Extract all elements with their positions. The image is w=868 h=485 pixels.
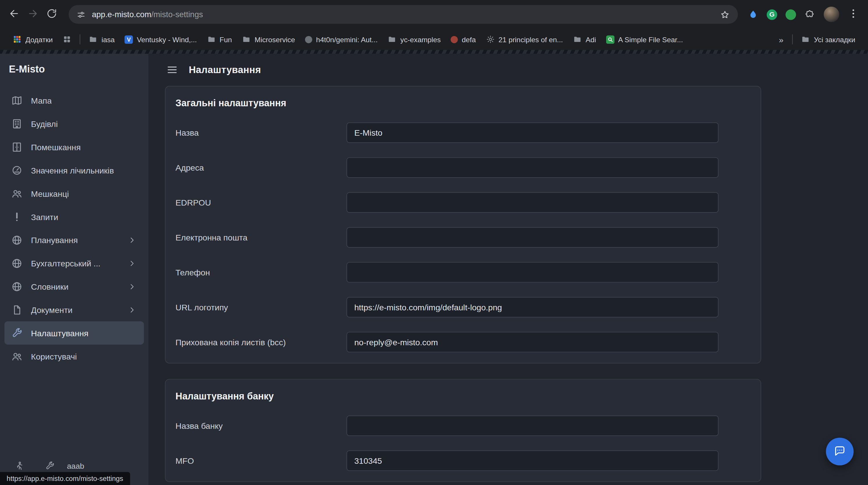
globe-icon: [10, 281, 23, 292]
apartment-icon: [10, 141, 23, 152]
gray-favicon: [305, 36, 312, 43]
apps-shortcut[interactable]: Додатки: [8, 32, 58, 46]
field-input[interactable]: [346, 262, 718, 282]
field-input[interactable]: [346, 157, 718, 178]
page-title: Налаштування: [189, 64, 261, 76]
wrench-small-icon[interactable]: [45, 461, 55, 471]
cog-favicon: [486, 35, 495, 44]
bookmark-item[interactable]: 21 principles of en...: [481, 32, 568, 46]
field-label: Адреса: [176, 163, 346, 172]
bookmark-item[interactable]: VVentusky - Wind,...: [120, 32, 202, 46]
field-label: Електронна пошта: [176, 233, 346, 242]
exclaim-icon: [10, 211, 23, 222]
bookmark-label: Ventusky - Wind,...: [137, 35, 197, 44]
all-bookmarks-label: Усі закладки: [814, 35, 855, 44]
hamburger-menu-icon[interactable]: [166, 64, 178, 76]
site-info-icon[interactable]: [76, 9, 86, 19]
field-input[interactable]: [346, 122, 718, 143]
bookmark-item[interactable]: h4t0n/gemini: Aut...: [300, 32, 382, 46]
grammarly-extension-icon[interactable]: G: [767, 9, 777, 20]
sidebar-item[interactable]: Користувачі: [4, 345, 144, 368]
bookmark-item[interactable]: A Simple File Sear...: [601, 32, 688, 46]
folder-icon: [573, 35, 582, 44]
sidebar-item-label: Словники: [31, 282, 69, 291]
form-row: EDRPOU: [165, 185, 761, 220]
bookmark-item[interactable]: Adi: [568, 32, 601, 46]
sidebar-item[interactable]: Словники: [4, 275, 144, 298]
card-title: Загальні налаштування: [165, 86, 761, 115]
users-icon: [10, 188, 23, 199]
users-icon: [10, 350, 23, 362]
sidebar-item[interactable]: Мапа: [4, 88, 144, 112]
field-input[interactable]: [346, 192, 718, 212]
status-url-tooltip: https://app.e-misto.com/misto-settings: [0, 472, 130, 485]
sidebar-item-label: Будівлі: [31, 119, 58, 128]
sidebar-menu: МапаБудівліПомешканняЗначення лічильникі…: [0, 88, 148, 368]
chevron-right-icon: [128, 236, 136, 244]
url-text: app.e-misto.com/misto-settings: [92, 10, 203, 19]
all-bookmarks[interactable]: Усі закладки: [796, 32, 860, 46]
field-input[interactable]: [346, 332, 718, 352]
sidebar-item[interactable]: Будівлі: [4, 112, 144, 135]
back-button[interactable]: [4, 5, 23, 24]
bookmark-item[interactable]: defa: [446, 32, 480, 46]
form-row: URL логотипу: [165, 290, 761, 324]
forward-icon: [27, 8, 38, 21]
green-extension-icon[interactable]: [785, 9, 796, 20]
grid-shortcut[interactable]: [58, 32, 77, 46]
bookmark-item[interactable]: Fun: [202, 32, 237, 46]
field-label: Назва: [176, 128, 346, 137]
sidebar-item[interactable]: Значення лічильників: [4, 159, 144, 182]
chat-fab[interactable]: [826, 437, 854, 465]
extensions-puzzle-icon[interactable]: [804, 9, 815, 20]
sidebar-item[interactable]: Запити: [4, 205, 144, 228]
bookmark-label: defa: [462, 35, 476, 44]
sidebar-item-label: Значення лічильників: [31, 165, 114, 175]
field-input[interactable]: [346, 227, 718, 248]
sidebar-item[interactable]: Помешкання: [4, 135, 144, 159]
sidebar-item-label: Мешканці: [31, 189, 69, 198]
browser-menu-button[interactable]: [843, 5, 863, 24]
sidebar-item[interactable]: Планування: [4, 228, 144, 252]
profile-avatar[interactable]: [824, 7, 839, 22]
app-title: E-Misto: [0, 54, 148, 76]
separator: [80, 34, 81, 44]
bookmark-label: 21 principles of en...: [499, 35, 563, 44]
field-input[interactable]: [346, 450, 718, 471]
pedestrian-icon[interactable]: [14, 461, 24, 471]
field-label: Телефон: [176, 267, 346, 277]
reload-button[interactable]: [42, 5, 61, 24]
form-row: Назва банку: [165, 408, 761, 444]
url-domain: app.e-misto.com: [92, 10, 151, 19]
bookmark-star-icon[interactable]: [720, 9, 730, 20]
sidebar-item[interactable]: Документи: [4, 298, 144, 321]
sidebar-item[interactable]: Бухгалтерський ...: [4, 252, 144, 275]
folder-icon: [242, 35, 251, 44]
sidebar-item-label: Налаштування: [31, 329, 88, 338]
bookmarks-bar: Додатки iasaVVentusky - Wind,...FunMicro…: [0, 29, 868, 50]
red-favicon: [451, 36, 458, 43]
forward-button[interactable]: [23, 5, 42, 24]
bookmark-label: A Simple File Sear...: [618, 35, 683, 44]
field-label: URL логотипу: [176, 303, 346, 312]
bookmark-item[interactable]: yc-examples: [382, 32, 446, 46]
sidebar-item[interactable]: Мешканці: [4, 182, 144, 205]
bookmark-label: iasa: [101, 35, 115, 44]
bookmark-item[interactable]: iasa: [84, 32, 120, 46]
bookmark-item[interactable]: Microservice: [237, 32, 300, 46]
sidebar-item[interactable]: Налаштування: [4, 321, 144, 345]
bookmark-label: yc-examples: [400, 35, 441, 44]
field-input[interactable]: [346, 297, 718, 317]
settings-card: Налаштування банкуНазва банкуMFO: [165, 379, 761, 482]
globe-icon: [10, 257, 23, 269]
url-bar[interactable]: app.e-misto.com/misto-settings: [69, 5, 738, 24]
apps-grid-icon: [13, 35, 22, 44]
bookmarks-overflow-chevron[interactable]: »: [773, 35, 789, 44]
chevron-right-icon: [128, 282, 136, 291]
field-input[interactable]: [346, 416, 718, 436]
drop-extension-icon[interactable]: [748, 9, 758, 20]
screen: app.e-misto.com/misto-settings G Додатки…: [0, 0, 868, 485]
sidebar-footer: aaab: [0, 461, 84, 471]
bookmark-label: Fun: [220, 35, 232, 44]
form-row: MFO: [165, 443, 761, 478]
